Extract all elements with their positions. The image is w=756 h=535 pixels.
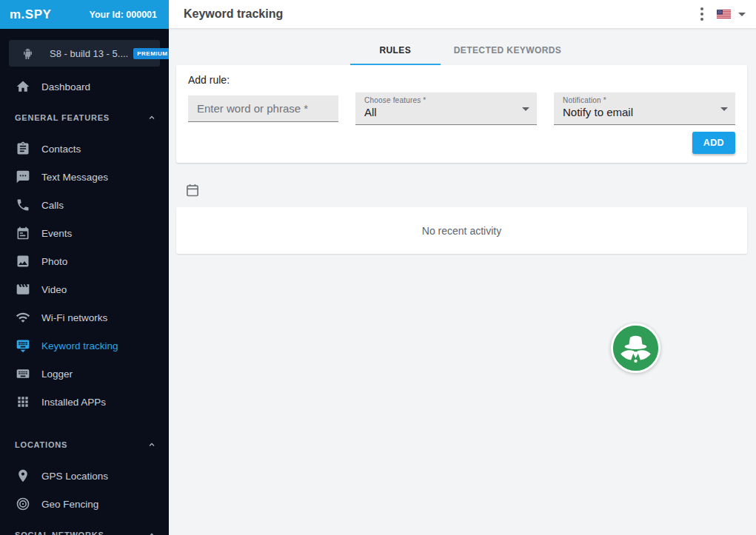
calendar-icon: [16, 226, 30, 240]
spy-icon: [613, 323, 658, 373]
notification-select-label: Notification *: [563, 96, 713, 104]
language-selector[interactable]: [717, 10, 746, 18]
keyword-field-wrapper: [188, 95, 338, 122]
user-id-label: Your Id: 000001: [90, 10, 157, 20]
keyboard-icon: [16, 366, 30, 381]
add-rule-title: Add rule:: [188, 74, 735, 86]
recent-activity-panel: No recent activity: [176, 207, 747, 254]
sidebar-item-label: Dashboard: [41, 81, 90, 92]
sidebar-nav: Dashboard GENERAL FEATURES Contacts Text…: [0, 73, 169, 535]
premium-badge: PREMIUM: [133, 48, 169, 59]
add-button[interactable]: ADD: [692, 132, 735, 154]
main-content: RULES DETECTED KEYWORDS Add rule: Choose…: [169, 29, 756, 535]
sidebar-item-label: Events: [41, 228, 72, 239]
chevron-down-icon: [738, 13, 746, 16]
sidebar-item-dashboard[interactable]: Dashboard: [0, 73, 169, 101]
section-social-networks[interactable]: SOCIAL NETWORKS: [0, 518, 169, 535]
tab-rules[interactable]: RULES: [350, 38, 441, 65]
sidebar-item-text-messages[interactable]: Text Messages: [0, 163, 169, 191]
sidebar: m.SPY Your Id: 000001 S8 - build 13 - 5.…: [0, 0, 169, 535]
device-selector[interactable]: S8 - build 13 - 5.... PREMIUM: [9, 40, 160, 67]
keyword-input[interactable]: [188, 95, 338, 121]
sidebar-item-label: Photo: [41, 256, 67, 267]
sidebar-item-installed-apps[interactable]: Installed APPs: [0, 388, 169, 416]
page-title: Keyword tracking: [184, 7, 283, 21]
kebab-menu-icon[interactable]: [699, 6, 705, 22]
sidebar-item-geo-fencing[interactable]: Geo Fencing: [0, 490, 169, 518]
topbar: Keyword tracking: [169, 0, 756, 29]
add-rule-card: Add rule: Choose features * All Notifica…: [176, 65, 747, 163]
sidebar-item-contacts[interactable]: Contacts: [0, 135, 169, 163]
features-select-value: All: [364, 106, 515, 118]
empty-activity-message: No recent activity: [422, 225, 501, 237]
sidebar-item-label: Installed APPs: [41, 397, 106, 408]
date-filter-icon[interactable]: [185, 183, 200, 198]
notification-select[interactable]: Notification * Notify to email: [554, 92, 735, 125]
chevron-up-icon: [147, 113, 156, 122]
dropdown-caret-icon: [720, 107, 728, 111]
dropdown-caret-icon: [522, 107, 529, 111]
sidebar-item-label: Video: [41, 284, 67, 295]
sidebar-item-label: Geo Fencing: [41, 499, 98, 510]
sidebar-item-label: Logger: [41, 369, 73, 380]
features-select-label: Choose features *: [364, 96, 515, 104]
sidebar-item-calls[interactable]: Calls: [0, 191, 169, 219]
geofence-target-icon: [16, 497, 30, 511]
mspy-logo: m.SPY: [10, 7, 51, 22]
sidebar-item-label: Contacts: [41, 144, 81, 155]
sidebar-item-label: Wi-Fi networks: [41, 312, 107, 323]
wifi-icon: [16, 310, 30, 325]
notification-select-value: Notify to email: [563, 106, 713, 118]
tab-detected-keywords[interactable]: DETECTED KEYWORDS: [441, 38, 575, 65]
sidebar-item-photo[interactable]: Photo: [0, 247, 169, 275]
chat-icon: [16, 169, 30, 184]
sidebar-item-gps-locations[interactable]: GPS Locations: [0, 462, 169, 490]
spy-chat-widget[interactable]: [611, 323, 660, 373]
sidebar-item-label: Keyword tracking: [41, 340, 118, 351]
chevron-up-icon: [147, 531, 156, 535]
apps-grid-icon: [16, 394, 30, 409]
image-icon: [16, 254, 30, 269]
sidebar-item-label: Calls: [41, 200, 64, 211]
contacts-icon: [16, 141, 30, 156]
android-icon: [22, 47, 33, 60]
sidebar-item-wifi-networks[interactable]: Wi-Fi networks: [0, 303, 169, 332]
us-flag-icon: [717, 10, 731, 18]
section-general-features[interactable]: GENERAL FEATURES: [0, 101, 169, 135]
tab-bar: RULES DETECTED KEYWORDS: [169, 29, 756, 65]
sidebar-item-logger[interactable]: Logger: [0, 360, 169, 388]
home-icon: [16, 79, 30, 94]
sidebar-item-label: Text Messages: [41, 172, 108, 183]
map-pin-icon: [16, 468, 30, 483]
sidebar-item-keyword-tracking[interactable]: Keyword tracking: [0, 332, 169, 360]
device-name: S8 - build 13 - 5....: [50, 48, 128, 59]
sidebar-item-video[interactable]: Video: [0, 275, 169, 303]
phone-icon: [16, 198, 30, 212]
logo-bar: m.SPY Your Id: 000001: [0, 0, 169, 29]
sidebar-item-label: GPS Locations: [41, 471, 108, 482]
chevron-up-icon: [147, 440, 156, 449]
keyboard-hide-icon: [16, 338, 30, 353]
movie-icon: [16, 282, 30, 297]
features-select[interactable]: Choose features * All: [355, 92, 537, 125]
sidebar-item-events[interactable]: Events: [0, 219, 169, 247]
section-locations[interactable]: LOCATIONS: [0, 428, 169, 462]
